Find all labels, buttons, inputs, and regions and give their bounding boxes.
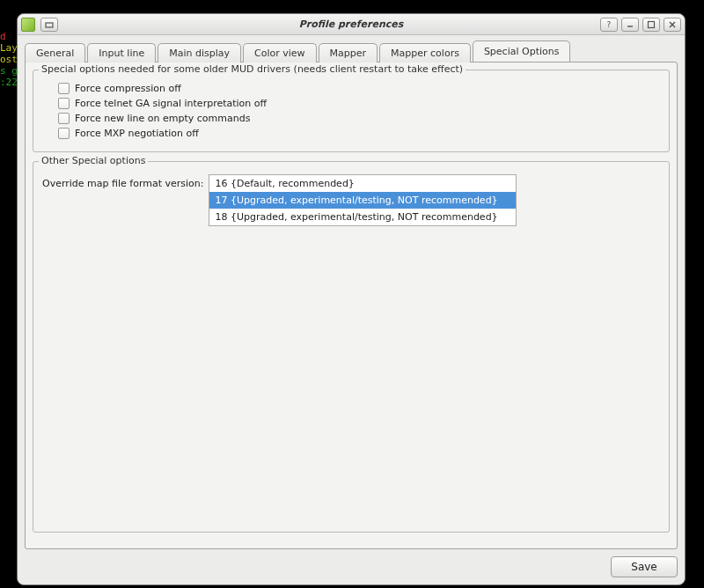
- checkbox-label: Force MXP negotiation off: [75, 128, 199, 139]
- checkbox-force-compression-off[interactable]: Force compression off: [58, 83, 660, 94]
- checkbox-label: Force new line on empty commands: [75, 113, 250, 124]
- tab-color-view[interactable]: Color view: [243, 43, 317, 62]
- close-button[interactable]: [664, 18, 681, 32]
- tab-input-line[interactable]: Input line: [87, 43, 156, 62]
- help-button[interactable]: ?: [600, 18, 618, 32]
- checkbox-icon: [58, 128, 70, 139]
- checkbox-label: Force telnet GA signal interpretation of…: [75, 98, 267, 109]
- list-item[interactable]: 18 {Upgraded, experimental/testing, NOT …: [209, 209, 516, 225]
- svg-rect-0: [46, 23, 53, 27]
- background-terminal: d Lay ost s g :22: [0, 19, 18, 88]
- tab-mapper-colors[interactable]: Mapper colors: [379, 43, 471, 62]
- checkbox-label: Force compression off: [75, 83, 181, 94]
- tabstrip: General Input line Main display Color vi…: [25, 40, 678, 62]
- svg-rect-3: [649, 21, 655, 27]
- checkbox-icon: [58, 113, 70, 124]
- checkbox-force-newline-empty[interactable]: Force new line on empty commands: [58, 113, 660, 124]
- dialog-client-area: General Input line Main display Color vi…: [18, 35, 685, 584]
- override-map-format-listbox[interactable]: 16 {Default, recommended} 17 {Upgraded, …: [209, 174, 517, 226]
- keep-above-button[interactable]: [40, 18, 58, 32]
- checkbox-icon: [58, 83, 70, 94]
- tab-main-display[interactable]: Main display: [158, 43, 241, 62]
- preferences-dialog: Profile preferences ? General Input line…: [17, 13, 686, 585]
- checkbox-icon: [58, 98, 70, 109]
- group-older-drivers-legend: Special options needed for some older MU…: [39, 63, 466, 75]
- tab-general[interactable]: General: [25, 43, 85, 62]
- checkbox-force-mxp-off[interactable]: Force MXP negotiation off: [58, 128, 660, 139]
- tab-mapper[interactable]: Mapper: [319, 43, 378, 62]
- svg-text:?: ?: [607, 20, 612, 29]
- titlebar: Profile preferences ?: [18, 14, 685, 35]
- maximize-button[interactable]: [642, 18, 660, 32]
- minimize-button[interactable]: [621, 18, 639, 32]
- tab-special-options[interactable]: Special Options: [473, 40, 571, 62]
- group-older-drivers: Special options needed for some older MU…: [33, 70, 670, 152]
- save-button[interactable]: Save: [611, 556, 678, 577]
- override-map-format-label: Override map file format version:: [42, 174, 203, 189]
- window-title: Profile preferences: [18, 18, 685, 30]
- app-icon: [21, 18, 35, 32]
- row-override-map-format: Override map file format version: 16 {De…: [42, 174, 660, 226]
- dialog-footer: Save: [25, 549, 678, 577]
- group-other-special-legend: Other Special options: [39, 155, 148, 166]
- list-item[interactable]: 17 {Upgraded, experimental/testing, NOT …: [209, 192, 516, 209]
- tab-page-special-options: Special options needed for some older MU…: [25, 62, 678, 549]
- list-item[interactable]: 16 {Default, recommended}: [209, 175, 516, 192]
- checkbox-force-telnet-ga-off[interactable]: Force telnet GA signal interpretation of…: [58, 98, 660, 109]
- group-other-special: Other Special options Override map file …: [33, 161, 670, 533]
